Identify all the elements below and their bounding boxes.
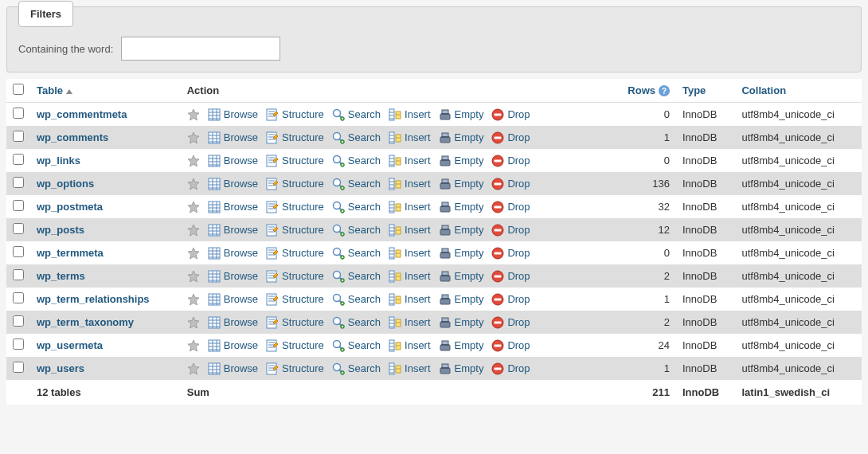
row-checkbox[interactable] (13, 339, 24, 350)
drop-action[interactable]: Drop (491, 339, 530, 352)
insert-action[interactable]: Insert (389, 293, 431, 306)
search-action[interactable]: Search (332, 270, 381, 283)
insert-action[interactable]: Insert (389, 131, 431, 144)
browse-action[interactable]: Browse (208, 362, 258, 375)
structure-action[interactable]: Structure (266, 131, 324, 144)
structure-action[interactable]: Structure (266, 201, 324, 213)
drop-action[interactable]: Drop (491, 247, 530, 260)
empty-action[interactable]: Empty (439, 270, 484, 283)
empty-action[interactable]: Empty (439, 201, 484, 213)
insert-action[interactable]: Insert (389, 270, 431, 283)
structure-action[interactable]: Structure (266, 316, 324, 329)
table-name-link[interactable]: wp_term_relationships (37, 293, 150, 305)
select-all-checkbox[interactable] (13, 84, 24, 95)
structure-action[interactable]: Structure (266, 362, 324, 375)
browse-action[interactable]: Browse (208, 247, 258, 260)
table-name-link[interactable]: wp_links (37, 155, 80, 166)
search-action[interactable]: Search (332, 316, 381, 329)
table-name-link[interactable]: wp_comments (37, 131, 108, 143)
insert-action[interactable]: Insert (389, 178, 431, 190)
browse-action[interactable]: Browse (208, 224, 258, 237)
favorite-star-icon[interactable] (187, 178, 200, 190)
empty-action[interactable]: Empty (439, 155, 484, 167)
browse-action[interactable]: Browse (208, 339, 258, 352)
drop-action[interactable]: Drop (491, 108, 530, 121)
search-action[interactable]: Search (332, 339, 381, 352)
insert-action[interactable]: Insert (389, 155, 431, 167)
search-action[interactable]: Search (332, 362, 381, 375)
table-name-link[interactable]: wp_users (37, 362, 84, 374)
insert-action[interactable]: Insert (389, 362, 431, 375)
empty-action[interactable]: Empty (439, 108, 484, 121)
insert-action[interactable]: Insert (389, 316, 431, 329)
structure-action[interactable]: Structure (266, 108, 324, 121)
empty-action[interactable]: Empty (439, 247, 484, 260)
browse-action[interactable]: Browse (208, 178, 258, 190)
info-icon[interactable] (659, 85, 670, 96)
row-checkbox[interactable] (13, 131, 24, 142)
table-name-link[interactable]: wp_postmeta (37, 201, 103, 213)
browse-action[interactable]: Browse (208, 201, 258, 213)
row-checkbox[interactable] (13, 246, 24, 257)
favorite-star-icon[interactable] (187, 293, 200, 306)
empty-action[interactable]: Empty (439, 362, 484, 375)
favorite-star-icon[interactable] (187, 247, 200, 260)
drop-action[interactable]: Drop (491, 316, 530, 329)
browse-action[interactable]: Browse (208, 155, 258, 167)
browse-action[interactable]: Browse (208, 270, 258, 283)
drop-action[interactable]: Drop (491, 270, 530, 283)
search-action[interactable]: Search (332, 247, 381, 260)
search-action[interactable]: Search (332, 224, 381, 237)
row-checkbox[interactable] (13, 362, 24, 373)
table-name-link[interactable]: wp_term_taxonomy (37, 316, 134, 328)
favorite-star-icon[interactable] (187, 155, 200, 167)
table-name-link[interactable]: wp_termmeta (37, 247, 104, 259)
empty-action[interactable]: Empty (439, 293, 484, 306)
table-name-link[interactable]: wp_terms (37, 270, 85, 282)
empty-action[interactable]: Empty (439, 224, 484, 237)
favorite-star-icon[interactable] (187, 131, 200, 144)
structure-action[interactable]: Structure (266, 155, 324, 167)
structure-action[interactable]: Structure (266, 293, 324, 306)
search-action[interactable]: Search (332, 293, 381, 306)
browse-action[interactable]: Browse (208, 108, 258, 121)
search-action[interactable]: Search (332, 131, 381, 144)
favorite-star-icon[interactable] (187, 316, 200, 329)
col-type[interactable]: Type (676, 79, 736, 103)
browse-action[interactable]: Browse (208, 131, 258, 144)
favorite-star-icon[interactable] (187, 224, 200, 237)
browse-action[interactable]: Browse (208, 293, 258, 306)
favorite-star-icon[interactable] (187, 201, 200, 213)
drop-action[interactable]: Drop (491, 293, 530, 306)
structure-action[interactable]: Structure (266, 224, 324, 237)
empty-action[interactable]: Empty (439, 339, 484, 352)
row-checkbox[interactable] (13, 292, 24, 303)
col-collation[interactable]: Collation (735, 79, 862, 103)
structure-action[interactable]: Structure (266, 339, 324, 352)
row-checkbox[interactable] (13, 223, 24, 234)
row-checkbox[interactable] (13, 108, 24, 119)
drop-action[interactable]: Drop (491, 155, 530, 167)
table-name-link[interactable]: wp_usermeta (37, 339, 103, 351)
table-name-link[interactable]: wp_posts (37, 224, 84, 236)
table-name-link[interactable]: wp_commentmeta (37, 108, 127, 120)
insert-action[interactable]: Insert (389, 224, 431, 237)
row-checkbox[interactable] (13, 154, 24, 165)
search-action[interactable]: Search (332, 201, 381, 213)
col-rows[interactable]: Rows (611, 79, 676, 103)
insert-action[interactable]: Insert (389, 247, 431, 260)
structure-action[interactable]: Structure (266, 247, 324, 260)
structure-action[interactable]: Structure (266, 178, 324, 190)
drop-action[interactable]: Drop (491, 178, 530, 190)
row-checkbox[interactable] (13, 200, 24, 211)
structure-action[interactable]: Structure (266, 270, 324, 283)
search-action[interactable]: Search (332, 178, 381, 190)
insert-action[interactable]: Insert (389, 201, 431, 213)
row-checkbox[interactable] (13, 315, 24, 327)
insert-action[interactable]: Insert (389, 339, 431, 352)
empty-action[interactable]: Empty (439, 178, 484, 190)
col-table[interactable]: Table (30, 79, 181, 103)
drop-action[interactable]: Drop (491, 362, 530, 375)
drop-action[interactable]: Drop (491, 201, 530, 213)
drop-action[interactable]: Drop (491, 131, 530, 144)
